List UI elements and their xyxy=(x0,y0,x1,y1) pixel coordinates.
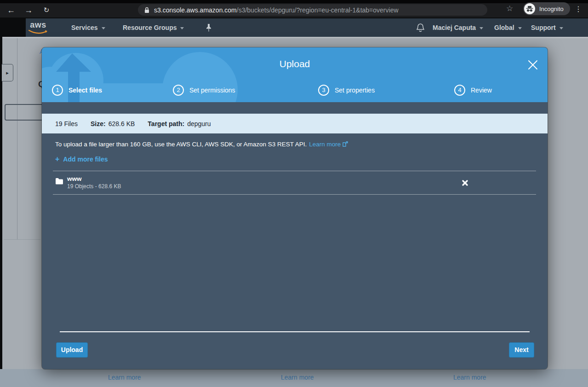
step-number: 2 xyxy=(173,85,184,96)
target-path-label: Target path: xyxy=(148,120,184,127)
page-top-line xyxy=(0,37,588,38)
nav-support-menu[interactable]: Support xyxy=(531,18,563,37)
next-button[interactable]: Next xyxy=(509,342,534,358)
step-number: 3 xyxy=(318,85,329,96)
address-bar[interactable]: s3.console.aws.amazon.com/s3/buckets/dep… xyxy=(138,4,487,16)
incognito-badge: Incognito xyxy=(523,2,570,15)
background-divider xyxy=(4,239,40,240)
aws-smile-icon xyxy=(28,29,49,35)
incognito-icon xyxy=(524,3,535,14)
add-more-files-label: Add more files xyxy=(63,156,108,163)
step-number: 1 xyxy=(52,85,63,96)
chevron-down-icon xyxy=(518,27,522,29)
background-learn-more-link[interactable]: Learn more xyxy=(108,374,141,381)
size-label: Size: xyxy=(91,120,106,127)
pin-icon[interactable] xyxy=(206,23,212,32)
background-panel-border xyxy=(17,38,17,239)
folder-icon xyxy=(55,178,63,185)
browser-forward-button[interactable]: → xyxy=(23,4,34,16)
file-meta: 19 Objects - 628.6 KB xyxy=(67,183,121,190)
url-path: /s3/buckets/depguru/?region=eu-central-1… xyxy=(237,6,399,14)
window-left-edge xyxy=(0,37,2,387)
file-count: 19 Files xyxy=(55,120,78,127)
close-icon[interactable] xyxy=(527,59,538,70)
notifications-bell-icon[interactable] xyxy=(416,23,425,32)
upload-size-notice: To upload a file larger than 160 GB, use… xyxy=(55,141,348,148)
url-text: s3.console.aws.amazon.com/s3/buckets/dep… xyxy=(154,6,399,14)
nav-region-label: Global xyxy=(494,24,514,31)
window-top-strip xyxy=(0,0,588,3)
upload-dialog-header: Upload 1 Select files 2 Set permissions … xyxy=(42,47,548,102)
footer-divider xyxy=(60,331,530,332)
browser-toolbar: ← → ↻ s3.console.aws.amazon.com/s3/bucke… xyxy=(0,0,588,17)
lock-icon xyxy=(144,7,149,13)
nav-services[interactable]: Services xyxy=(71,18,105,37)
step-set-properties: 3 Set properties xyxy=(318,85,375,96)
step-review: 4 Review xyxy=(454,85,492,96)
total-size: Size:628.6 KB xyxy=(91,120,135,127)
browser-menu-icon[interactable]: ⋮ xyxy=(575,4,582,15)
incognito-label: Incognito xyxy=(539,6,564,12)
navbar-left-edge xyxy=(0,18,26,37)
step-select-files: 1 Select files xyxy=(52,85,102,96)
aws-navbar: aws Services Resource Groups Maciej Capu… xyxy=(0,17,588,37)
nav-support-label: Support xyxy=(531,24,556,31)
nav-user-menu[interactable]: Maciej Caputa xyxy=(433,18,483,37)
notice-text: To upload a file larger than 160 GB, use… xyxy=(55,141,307,148)
url-domain: s3.console.aws.amazon.com xyxy=(154,6,237,14)
size-value: 628.6 KB xyxy=(108,120,135,127)
bookmark-star-icon[interactable]: ☆ xyxy=(506,4,513,13)
upload-summary-bar: 19 Files Size:628.6 KB Target path:depgu… xyxy=(42,114,548,133)
target-path-value: depguru xyxy=(187,120,211,127)
dialog-title: Upload xyxy=(42,58,548,69)
chevron-down-icon xyxy=(559,27,563,29)
chevron-down-icon xyxy=(102,27,105,29)
file-name: www xyxy=(67,175,82,182)
aws-logo[interactable]: aws xyxy=(28,21,49,29)
add-more-files-button[interactable]: +Add more files xyxy=(55,155,108,163)
chevron-down-icon xyxy=(180,27,184,29)
background-footer-strip: Learn more Learn more Learn more xyxy=(0,369,588,387)
browser-reload-button[interactable]: ↻ xyxy=(40,4,52,16)
background-learn-more-link[interactable]: Learn more xyxy=(453,374,486,381)
step-set-permissions: 2 Set permissions xyxy=(173,85,235,96)
step-label: Select files xyxy=(69,87,102,94)
background-learn-more-link[interactable]: Learn more xyxy=(281,374,314,381)
nav-resource-groups[interactable]: Resource Groups xyxy=(123,18,184,37)
background-search-box xyxy=(5,104,43,121)
wizard-steps: 1 Select files 2 Set permissions 3 Set p… xyxy=(42,85,548,98)
remove-file-icon[interactable] xyxy=(462,179,468,186)
step-label: Set properties xyxy=(335,87,375,94)
panel-expand-flap[interactable]: ▸ xyxy=(2,64,13,81)
upload-button[interactable]: Upload xyxy=(56,342,88,358)
learn-more-link[interactable]: Learn more xyxy=(309,141,341,148)
nav-resource-groups-label: Resource Groups xyxy=(123,24,177,31)
step-number: 4 xyxy=(454,85,465,96)
nav-region-menu[interactable]: Global xyxy=(494,18,522,37)
file-row: www 19 Objects - 628.6 KB xyxy=(42,171,548,194)
target-path: Target path:depguru xyxy=(148,120,211,127)
upload-dialog: Upload 1 Select files 2 Set permissions … xyxy=(42,47,548,369)
nav-user-label: Maciej Caputa xyxy=(433,24,476,31)
step-label: Review xyxy=(471,87,492,94)
plus-icon: + xyxy=(55,155,59,163)
file-list-divider xyxy=(53,194,536,195)
browser-back-button[interactable]: ← xyxy=(5,4,17,16)
chevron-down-icon xyxy=(480,27,483,29)
panel-expand-arrow-icon: ▸ xyxy=(6,70,9,75)
nav-services-label: Services xyxy=(71,24,98,31)
step-label: Set permissions xyxy=(189,87,235,94)
external-link-icon xyxy=(343,141,348,148)
